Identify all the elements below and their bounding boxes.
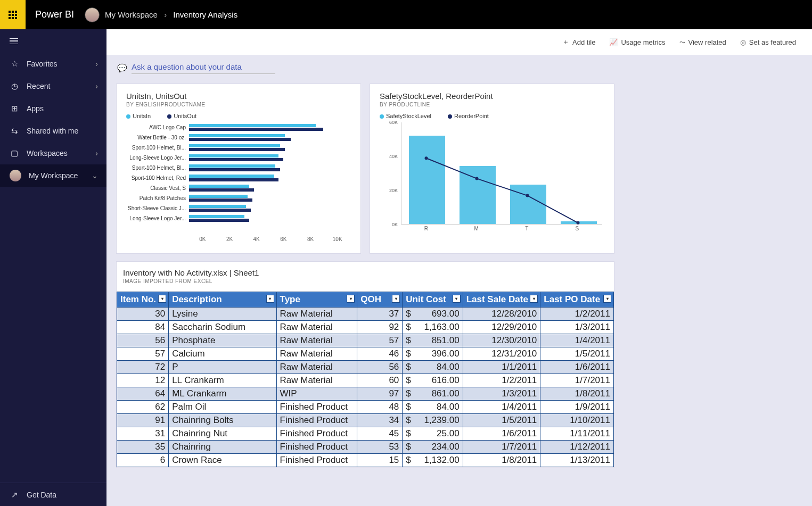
add-tile-button[interactable]: ＋Add tile — [562, 37, 595, 47]
table-cell: 97 — [357, 387, 403, 401]
bar-unitsout — [189, 158, 283, 161]
chevron-down-icon: ⌄ — [92, 171, 98, 180]
table-cell: 56 — [117, 334, 169, 347]
usage-metrics-button[interactable]: 📈Usage metrics — [609, 38, 665, 46]
table-cell: 1/2/2011 — [463, 374, 540, 387]
table-cell: 1/6/2011 — [540, 361, 614, 374]
user-avatar-icon[interactable] — [85, 7, 100, 22]
nav-my-workspace[interactable]: My Workspace ⌄ — [0, 164, 106, 187]
table-row: 6Crown RaceFinished Product15$1,132.001/… — [117, 454, 614, 467]
category-label: Long-Sleeve Logo Jer... — [126, 155, 189, 161]
hbar-chart: AWC Logo CapWater Bottle - 30 oz.Sport-1… — [126, 122, 351, 234]
tile-unitsin-unitsout[interactable]: UnitsIn, UnitsOut By EnglishProductName … — [116, 84, 361, 254]
axis-tick: 60K — [389, 120, 398, 125]
table-cell: $25.00 — [403, 427, 463, 441]
table-cell: 12/28/2010 — [463, 308, 540, 321]
chevron-right-icon: › — [95, 149, 98, 157]
nav-label: Workspaces — [27, 149, 68, 157]
table-cell: Raw Material — [276, 334, 357, 347]
table-cell: Raw Material — [276, 347, 357, 361]
table-cell: Calcium — [169, 347, 276, 361]
axis-tick: 4K — [243, 236, 270, 242]
bar-unitsout — [189, 138, 291, 141]
filter-icon[interactable]: ▾ — [158, 295, 166, 303]
nav-recent[interactable]: ◷ Recent › — [0, 75, 106, 97]
column-header[interactable]: Description▾ — [169, 292, 276, 308]
column-header[interactable]: Last Sale Date▾ — [463, 292, 540, 308]
column-header[interactable]: Type▾ — [276, 292, 357, 308]
nav-workspaces[interactable]: ▢ Workspaces › — [0, 142, 106, 164]
tile-excel-inventory[interactable]: Inventory with No Activity.xlsx | Sheet1… — [116, 261, 614, 468]
filter-icon[interactable]: ▾ — [603, 295, 611, 303]
breadcrumb-workspace[interactable]: My Workspace — [105, 10, 158, 19]
nav-apps[interactable]: ⊞ Apps — [0, 97, 106, 120]
legend-dot-icon — [126, 114, 130, 119]
table-cell: 31 — [117, 427, 169, 441]
plus-icon: ＋ — [562, 37, 569, 47]
bar-unitsin — [189, 144, 280, 147]
table-row: 91Chainring BoltsFinished Product34$1,23… — [117, 414, 614, 427]
table-cell: Raw Material — [276, 308, 357, 321]
apps-icon: ⊞ — [10, 104, 19, 113]
table-cell: 84 — [117, 321, 169, 334]
table-cell: Chainring — [169, 441, 276, 454]
nav-shared[interactable]: ⇆ Shared with me — [0, 120, 106, 142]
hbar-row: AWC Logo Cap — [126, 122, 351, 132]
nav-get-data[interactable]: ↗ Get Data — [0, 483, 106, 506]
column-header[interactable]: Last PO Date▾ — [540, 292, 614, 308]
filter-icon[interactable]: ▾ — [392, 295, 400, 303]
table-cell: 62 — [117, 401, 169, 414]
bar-unitsout — [189, 219, 249, 222]
table-cell: 1/8/2011 — [463, 454, 540, 467]
column-header[interactable]: QOH▾ — [357, 292, 403, 308]
table-cell: 57 — [117, 347, 169, 361]
chat-icon: 💬 — [117, 63, 127, 73]
table-cell: $616.00 — [403, 374, 463, 387]
nav-favorites[interactable]: ☆ Favorites › — [0, 53, 106, 75]
related-icon: ⤳ — [679, 38, 685, 46]
filter-icon[interactable]: ▾ — [530, 295, 538, 303]
bar-safetystock — [510, 185, 546, 224]
tile-safetystock[interactable]: SafetyStockLevel, ReorderPoint By Produc… — [370, 84, 614, 254]
target-icon: ◎ — [740, 38, 746, 46]
column-header[interactable]: Unit Cost▾ — [403, 292, 463, 308]
bar-unitsout — [189, 168, 280, 171]
filter-icon[interactable]: ▾ — [453, 295, 461, 303]
table-cell: Crown Race — [169, 454, 276, 467]
combo-chart: 0K20K40K60K RMTS — [384, 122, 604, 234]
axis-tick: 20K — [389, 188, 398, 193]
nav-toggle[interactable] — [0, 29, 106, 53]
qna-input[interactable]: 💬 Ask a question about your data — [117, 62, 802, 74]
table-row: 84Saccharin SodiumRaw Material92$1,163.0… — [117, 321, 614, 334]
table-cell: Finished Product — [276, 454, 357, 467]
hbar-row: Classic Vest, S — [126, 183, 351, 193]
hbar-row: Long-Sleeve Logo Jer... — [126, 153, 351, 163]
legend-dot-icon — [448, 114, 452, 119]
table-cell: Palm Oil — [169, 401, 276, 414]
set-featured-button[interactable]: ◎Set as featured — [740, 38, 796, 46]
category-label: Sport-100 Helmet, Bl... — [126, 165, 189, 171]
clock-icon: ◷ — [10, 81, 19, 91]
filter-icon[interactable]: ▾ — [347, 295, 355, 303]
bar-unitsin — [189, 134, 285, 137]
top-header: Power BI My Workspace › Inventory Analys… — [0, 0, 812, 29]
qna-placeholder: Ask a question about your data — [132, 62, 275, 74]
column-header[interactable]: Item No.▾ — [117, 292, 169, 308]
table-cell: 1/10/2011 — [540, 414, 614, 427]
legend-dot-icon — [380, 114, 384, 119]
app-launcher-icon[interactable] — [0, 0, 26, 29]
table-cell: Finished Product — [276, 441, 357, 454]
avatar-icon — [10, 170, 21, 181]
breadcrumb-report[interactable]: Inventory Analysis — [173, 10, 237, 19]
hbar-row: Short-Sleeve Classic J... — [126, 203, 351, 213]
bar-unitsout — [189, 128, 323, 131]
table-cell: 1/4/2011 — [540, 334, 614, 347]
table-cell: Chainring Bolts — [169, 414, 276, 427]
hbar-row: Water Bottle - 30 oz. — [126, 132, 351, 143]
table-cell: 1/4/2011 — [463, 401, 540, 414]
filter-icon[interactable]: ▾ — [266, 295, 274, 303]
table-cell: Raw Material — [276, 361, 357, 374]
table-cell: 48 — [357, 401, 403, 414]
table-cell: $1,239.00 — [403, 414, 463, 427]
view-related-button[interactable]: ⤳View related — [679, 38, 726, 46]
